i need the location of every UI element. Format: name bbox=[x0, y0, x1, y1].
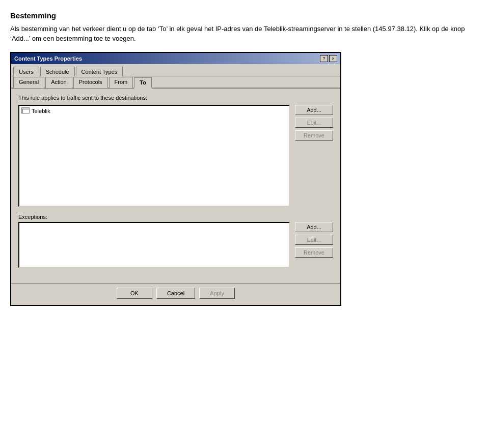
server-icon bbox=[21, 107, 30, 115]
tab-to[interactable]: To bbox=[134, 77, 152, 89]
doc-heading: Bestemming bbox=[10, 10, 479, 22]
tab-users[interactable]: Users bbox=[13, 67, 39, 76]
exceptions-row: Add... Edit... Remove bbox=[18, 222, 333, 268]
doc-paragraph: Als bestemming van het verkeer dient u o… bbox=[10, 24, 479, 44]
dialog-window: Content Types Properties ? × Users Sched… bbox=[10, 52, 341, 306]
titlebar-buttons: ? × bbox=[320, 55, 337, 62]
destinations-remove-button[interactable]: Remove bbox=[295, 130, 333, 141]
close-button[interactable]: × bbox=[329, 55, 337, 62]
teleblik-item-label: Teleblik bbox=[32, 108, 50, 114]
apply-button[interactable]: Apply bbox=[199, 288, 235, 299]
exceptions-listbox[interactable] bbox=[18, 222, 290, 268]
destinations-buttons: Add... Edit... Remove bbox=[295, 105, 333, 141]
dialog-footer: OK Cancel Apply bbox=[11, 283, 340, 305]
exceptions-remove-button[interactable]: Remove bbox=[295, 247, 333, 258]
dialog-titlebar: Content Types Properties ? × bbox=[11, 53, 340, 64]
tab-from[interactable]: From bbox=[109, 77, 133, 88]
destinations-description: This rule applies to traffic sent to the… bbox=[18, 95, 333, 101]
tab-content-types[interactable]: Content Types bbox=[76, 67, 123, 76]
exceptions-buttons: Add... Edit... Remove bbox=[295, 222, 333, 258]
dialog-title: Content Types Properties bbox=[14, 55, 82, 62]
destinations-section: This rule applies to traffic sent to the… bbox=[18, 95, 333, 207]
destinations-edit-button[interactable]: Edit... bbox=[295, 118, 333, 128]
destinations-add-button[interactable]: Add... bbox=[295, 105, 333, 115]
tab-protocols[interactable]: Protocols bbox=[73, 77, 108, 88]
list-item: Teleblik bbox=[20, 107, 288, 115]
exceptions-section: Exceptions: Add... Edit... Remove bbox=[18, 214, 333, 268]
panel-to: This rule applies to traffic sent to the… bbox=[11, 89, 340, 281]
tab-row-bottom: General Action Protocols From To bbox=[11, 76, 340, 89]
tab-row-top: Users Schedule Content Types bbox=[11, 64, 340, 76]
cancel-button[interactable]: Cancel bbox=[156, 288, 195, 299]
document-text: Bestemming Als bestemming van het verkee… bbox=[10, 10, 479, 44]
ok-button[interactable]: OK bbox=[117, 288, 152, 299]
exceptions-label: Exceptions: bbox=[18, 214, 333, 220]
dialog-content: Users Schedule Content Types General Act… bbox=[11, 64, 340, 305]
exceptions-add-button[interactable]: Add... bbox=[295, 222, 333, 232]
help-button[interactable]: ? bbox=[320, 55, 328, 62]
tab-schedule[interactable]: Schedule bbox=[40, 67, 75, 76]
tab-action[interactable]: Action bbox=[45, 77, 72, 88]
exceptions-edit-button[interactable]: Edit... bbox=[295, 235, 333, 245]
destinations-row: Teleblik Add... Edit... Remove bbox=[18, 105, 333, 207]
destinations-listbox[interactable]: Teleblik bbox=[18, 105, 290, 207]
tab-general[interactable]: General bbox=[13, 77, 44, 88]
